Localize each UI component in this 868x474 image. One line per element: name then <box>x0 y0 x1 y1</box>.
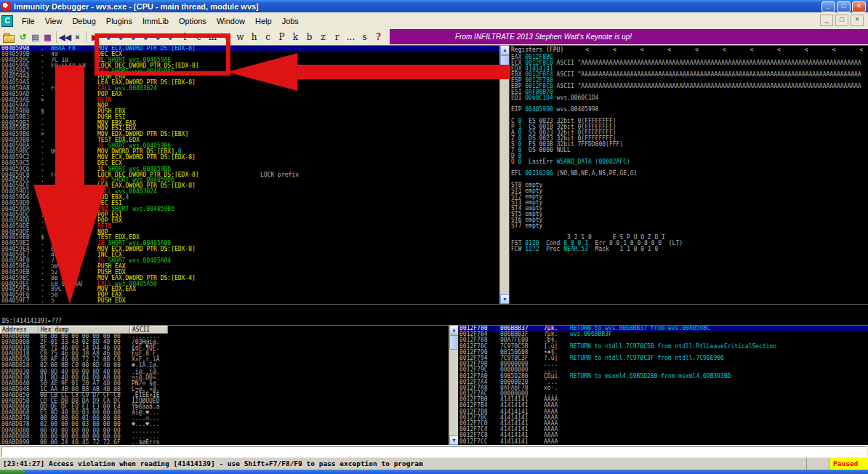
register-row[interactable]: ST3 empty <box>510 200 868 206</box>
disasm-row[interactable]: 0040599B.49DEC ECX <box>0 52 499 57</box>
registers-pane[interactable]: Registers (FPU) <<<<<<<<<<< EAX 0012F8BC… <box>509 45 868 305</box>
cpu-window-icon[interactable]: ▦ <box>41 31 54 44</box>
chevron-left-icon[interactable]: < <box>859 47 863 55</box>
toolbar-letter-...[interactable]: ... <box>344 32 358 42</box>
chevron-left-icon[interactable]: < <box>805 47 808 55</box>
register-row[interactable]: ST4 empty <box>510 206 868 212</box>
command-input[interactable] <box>1 446 867 457</box>
instruction-bytes: 8B4A F8 <box>51 46 97 52</box>
stack-value: 41414141 <box>500 439 544 445</box>
open-file-icon[interactable] <box>3 35 15 43</box>
command-bar <box>0 445 868 458</box>
annotation-highlight-rectangle <box>95 33 230 76</box>
toolbar-letter-P[interactable]: P <box>275 32 289 42</box>
menu-item-file[interactable]: File <box>17 15 40 28</box>
menu-item-jobs[interactable]: Jobs <box>277 15 304 28</box>
log-window-icon[interactable]: ▤ <box>29 31 41 44</box>
toolbar-letter-c[interactable]: c <box>261 32 275 42</box>
mdi-window-controls: _ □ × <box>820 15 864 26</box>
start-button-edge[interactable] <box>0 470 25 474</box>
mdi-restore-button[interactable]: □ <box>835 15 848 26</box>
instruction-comment: LOCK prefix <box>260 172 299 178</box>
register-row[interactable] <box>510 177 868 182</box>
status-spacer <box>807 458 829 470</box>
registers-header: Registers (FPU) <<<<<<<<<<< <box>510 46 868 55</box>
title-bar[interactable]: Immunity Debugger - wvs.exe - [CPU - mai… <box>0 0 868 12</box>
toolbar-letter-r[interactable]: r <box>330 32 344 42</box>
menu-item-view[interactable]: View <box>40 15 68 28</box>
disasm-row[interactable]: 004059F6.58POP EAX <box>0 292 499 298</box>
restart-icon[interactable]: ↺ <box>17 31 29 44</box>
toolbar-letter-s[interactable]: s <box>358 32 371 42</box>
register-row[interactable]: T 0 GS 0000 NULL <box>510 148 868 153</box>
register-row[interactable]: ST6 empty <box>510 217 868 223</box>
stack-comment: RETURN to msxml4.69B5D280 from msxml4.69… <box>570 373 731 379</box>
close-button[interactable]: × <box>852 1 866 12</box>
disasm-row[interactable]: 0040599C.7C 10JL SHORT wvs.004059AE <box>0 57 499 63</box>
register-row[interactable]: EFL 00210206 (NO,NB,NE,A,NS,PE,GE,G) <box>510 171 868 177</box>
menu-item-plugins[interactable]: Plugins <box>101 15 137 28</box>
hex-dump-pane[interactable]: Address Hex dump ASCII 00ABD00000 00 00 … <box>0 325 449 446</box>
menu-item-options[interactable]: Options <box>174 15 212 28</box>
register-row[interactable]: ECX 0012F8C0 ASCII "AAAAAAAAAAAAAAAAAAAA… <box>510 60 868 66</box>
chevron-icons: <<<<<<<<<<< <box>585 47 867 55</box>
mdi-minimize-button[interactable]: _ <box>820 15 833 26</box>
toolbar-letter-k[interactable]: k <box>289 32 302 42</box>
info-pane: DS:[41414139]=??? ECX=0012F8C0, (ASCII "… <box>0 304 868 326</box>
toolbar-letter-h[interactable]: h <box>247 32 261 42</box>
stack-pane[interactable]: 0012F780006BBB377µk.RETURN to wvs.006BBB… <box>458 325 868 446</box>
chevron-left-icon[interactable]: < <box>640 47 644 55</box>
cpu-child-icon[interactable]: C <box>1 15 13 27</box>
register-row[interactable]: ST7 empty <box>510 223 868 229</box>
status-paused-badge: Paused <box>829 458 868 470</box>
register-row[interactable]: EBP 0012F8C0 ASCII "AAAAAAAAAAAAAAAAAAAA… <box>510 84 868 89</box>
register-row[interactable]: ST5 empty <box>510 212 868 217</box>
toolbar-letter-z[interactable]: z <box>316 32 330 42</box>
register-row[interactable]: EIP 00405998 wvs.00405998 <box>510 107 868 113</box>
register-row[interactable]: FCW 1272 Prec NEAR,53 Mask 1 1 0 0 1 0 <box>510 246 868 252</box>
chevron-left-icon[interactable]: < <box>777 47 781 55</box>
restore-button[interactable]: □ <box>837 1 851 12</box>
app-icon <box>2 2 11 11</box>
menu-item-immlib[interactable]: ImmLib <box>137 15 174 28</box>
stack-comment: wvs.006BBB3F <box>570 331 612 337</box>
chevron-left-icon[interactable]: < <box>723 47 726 55</box>
toolbar-letter-b[interactable]: b <box>302 32 316 42</box>
chevron-left-icon[interactable]: < <box>585 47 589 55</box>
instruction-address: 004059F7 <box>0 298 41 304</box>
status-message: [23:41:27] Access violation when reading… <box>0 458 807 470</box>
toolbar-separator <box>56 31 57 43</box>
toolbar-separator <box>86 31 87 43</box>
register-row[interactable]: O 0 LastErr WSANO_DATA (00002AFC) <box>510 159 868 165</box>
mdi-close-button[interactable]: × <box>851 15 864 26</box>
chevron-left-icon[interactable]: < <box>695 47 699 55</box>
disasm-row[interactable]: 004059F4.89CMOV EDX,EAX <box>0 286 499 292</box>
stack-row[interactable]: 0012F7CC41414141AAAA <box>458 439 868 445</box>
rewind-icon[interactable]: ◀◀ <box>59 31 71 44</box>
menu-bar: C FileViewDebugPluginsImmLibOptionsWindo… <box>0 12 868 30</box>
minimize-button[interactable]: _ <box>821 1 835 12</box>
register-row[interactable]: ST0 empty <box>510 182 868 188</box>
stack-comment: RETURN to ntdll.7C970C3F from ntdll.7C90… <box>570 355 724 361</box>
toolbar-letter-w[interactable]: w <box>233 32 247 42</box>
close-program-icon[interactable]: × <box>71 31 84 44</box>
disasm-row[interactable]: 00405998.8B4A F8MOV ECX,DWORD PTR DS:[ED… <box>0 46 499 52</box>
register-row[interactable]: ST2 empty <box>510 194 868 200</box>
toolbar-letter-?[interactable]: ? <box>371 32 385 42</box>
chevron-left-icon[interactable]: < <box>832 47 835 55</box>
disasm-row[interactable]: 004059F7.5PUSH EDX <box>0 298 499 304</box>
menu-item-debug[interactable]: Debug <box>67 15 100 28</box>
instruction-bytes: 7C 10 <box>51 57 97 63</box>
register-row[interactable]: EDI 0060C1D4 wvs.0060C1D4 <box>510 95 868 101</box>
stack-comment: RETURN to ntdll.7C970C5B from ntdll.RtlL… <box>570 343 776 350</box>
news-banner[interactable]: From INFILTRATE 2013 Stephen Watt's Keyn… <box>390 29 868 44</box>
status-bar: [23:41:27] Access violation when reading… <box>0 458 868 470</box>
register-row[interactable]: ST1 empty <box>510 188 868 194</box>
menu-item-help[interactable]: Help <box>250 15 277 28</box>
menu-item-window[interactable]: Window <box>212 15 250 28</box>
chevron-left-icon[interactable]: < <box>750 47 753 55</box>
chevron-left-icon[interactable]: < <box>613 47 616 55</box>
instruction-bytes: 49 <box>51 52 97 57</box>
register-row[interactable]: EBX 0012F8F4 ASCII "AAAAAAAAAAAAAAAAAAAA… <box>510 72 868 78</box>
chevron-left-icon[interactable]: < <box>667 47 671 55</box>
